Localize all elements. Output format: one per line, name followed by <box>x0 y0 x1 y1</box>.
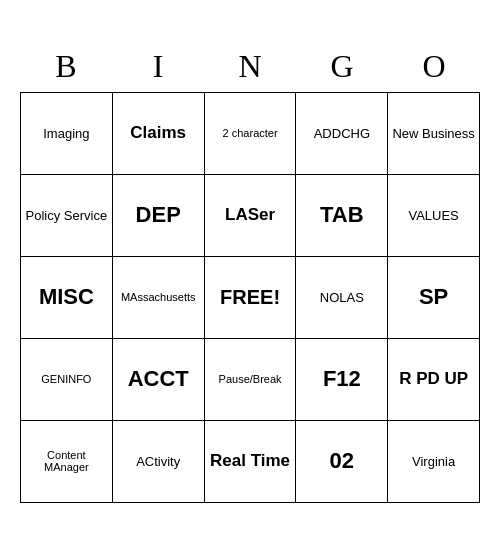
cell-2-0: MISC <box>21 256 113 338</box>
cell-2-4: SP <box>388 256 480 338</box>
cell-3-3: F12 <box>296 338 388 420</box>
table-row: ImagingClaims2 characterADDCHGNew Busine… <box>21 92 480 174</box>
cell-1-4: VALUES <box>388 174 480 256</box>
cell-1-0: Policy Service <box>21 174 113 256</box>
table-row: GENINFOACCTPause/BreakF12R PD UP <box>21 338 480 420</box>
header-b: B <box>20 42 112 92</box>
cell-3-0: GENINFO <box>21 338 113 420</box>
table-row: MISCMAssachusettsFREE!NOLASSP <box>21 256 480 338</box>
header-n: N <box>204 42 296 92</box>
cell-3-1: ACCT <box>112 338 204 420</box>
table-row: Content MAnagerACtivityReal Time02Virgin… <box>21 420 480 502</box>
table-row: Policy ServiceDEPLASerTABVALUES <box>21 174 480 256</box>
cell-4-2: Real Time <box>204 420 296 502</box>
cell-0-3: ADDCHG <box>296 92 388 174</box>
cell-0-2: 2 character <box>204 92 296 174</box>
cell-2-1: MAssachusetts <box>112 256 204 338</box>
header-i: I <box>112 42 204 92</box>
cell-0-4: New Business <box>388 92 480 174</box>
cell-0-1: Claims <box>112 92 204 174</box>
cell-3-4: R PD UP <box>388 338 480 420</box>
cell-1-2: LASer <box>204 174 296 256</box>
cell-0-0: Imaging <box>21 92 113 174</box>
cell-2-3: NOLAS <box>296 256 388 338</box>
cell-4-0: Content MAnager <box>21 420 113 502</box>
cell-1-1: DEP <box>112 174 204 256</box>
cell-2-2: FREE! <box>204 256 296 338</box>
cell-3-2: Pause/Break <box>204 338 296 420</box>
bingo-card: B I N G O ImagingClaims2 characterADDCHG… <box>20 42 480 503</box>
cell-4-3: 02 <box>296 420 388 502</box>
header-o: O <box>388 42 480 92</box>
bingo-grid: ImagingClaims2 characterADDCHGNew Busine… <box>20 92 480 503</box>
cell-4-4: Virginia <box>388 420 480 502</box>
header-g: G <box>296 42 388 92</box>
bingo-header: B I N G O <box>20 42 480 92</box>
cell-1-3: TAB <box>296 174 388 256</box>
cell-4-1: ACtivity <box>112 420 204 502</box>
